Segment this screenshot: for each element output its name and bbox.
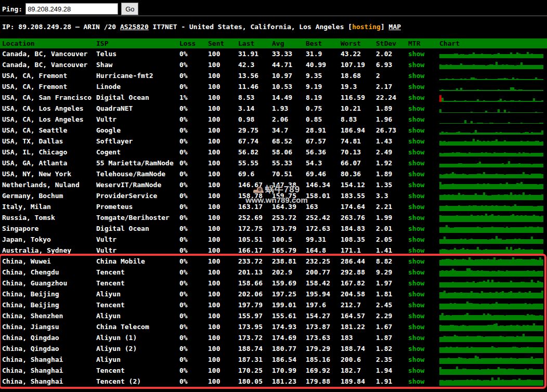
latency-sparkline (439, 49, 545, 58)
table-row: Canada, BC, VancouverShaw0%10042.344.714… (0, 59, 547, 70)
cell-mtr: show (408, 201, 439, 212)
cell-avg: 202.9 (272, 267, 306, 278)
cell-best: 185.16 (306, 354, 341, 365)
cell-isp: Tencent (96, 365, 179, 376)
cell-worst: 286.44 (341, 256, 376, 267)
cell-sent: 100 (208, 136, 238, 147)
cell-worst: 19.3 (341, 81, 376, 92)
mtr-show-link[interactable]: show (408, 203, 424, 211)
mtr-show-link[interactable]: show (408, 137, 424, 145)
cell-chart (439, 289, 547, 299)
mtr-show-link[interactable]: show (408, 159, 424, 167)
mtr-show-link[interactable]: show (408, 290, 424, 298)
cell-isp: Tencent (96, 278, 179, 289)
mtr-show-link[interactable]: show (408, 170, 424, 178)
mtr-show-link[interactable]: show (408, 181, 424, 189)
mtr-show-link[interactable]: show (408, 301, 424, 309)
latency-sparkline (439, 257, 545, 266)
mtr-show-link[interactable]: show (408, 312, 424, 320)
cell-last: 252.69 (238, 212, 272, 223)
cell-stdev: 1.99 (376, 212, 408, 223)
mtr-show-link[interactable]: show (408, 72, 424, 80)
ping-target-input[interactable] (25, 3, 118, 15)
latency-sparkline (439, 344, 545, 353)
mtr-show-link[interactable]: show (408, 61, 424, 69)
cell-chart (439, 343, 547, 354)
mtr-show-link[interactable]: show (408, 192, 424, 200)
table-row: China, ShenzhenAliyun0%100155.97155.6115… (0, 310, 547, 321)
mtr-show-link[interactable]: show (408, 279, 424, 287)
cell-sent: 100 (208, 103, 238, 114)
asn-link[interactable]: AS25820 (120, 23, 149, 31)
mtr-show-link[interactable]: show (408, 377, 424, 385)
latency-sparkline (439, 311, 545, 320)
table-row: USA, CA, FremontLinode0%10011.4610.539.1… (0, 81, 547, 92)
latency-sparkline (439, 322, 545, 331)
cell-sent: 100 (208, 365, 238, 376)
cell-last: 105.51 (238, 234, 272, 245)
mtr-show-link[interactable]: show (408, 115, 424, 123)
cell-isp: Aliyun (96, 289, 179, 299)
cell-last: 3.14 (238, 103, 272, 114)
cell-chart (439, 81, 547, 92)
mtr-show-link[interactable]: show (408, 356, 424, 363)
cell-worst: 174.64 (341, 201, 376, 212)
cell-location: USA, IL, Chicago (0, 147, 96, 158)
mtr-show-link[interactable]: show (408, 104, 424, 112)
cell-last: 233.72 (238, 256, 272, 267)
cell-isp: Aliyun (1) (96, 332, 179, 343)
cell-stdev: 9.29 (376, 267, 408, 278)
col-header-avg: Avg (272, 38, 306, 48)
latency-sparkline (439, 268, 545, 277)
mtr-show-link[interactable]: show (408, 236, 424, 243)
cell-chart (439, 376, 547, 387)
cell-stdev: 1.92 (376, 158, 408, 168)
mtr-show-link[interactable]: show (408, 345, 424, 352)
cell-last: 170.25 (238, 365, 272, 376)
cell-mtr: show (408, 310, 439, 321)
cell-worst: 116.59 (341, 92, 376, 103)
cell-mtr: show (408, 92, 439, 103)
mtr-show-link[interactable]: show (408, 83, 424, 90)
cell-stdev: 1.89 (376, 103, 408, 114)
mtr-show-link[interactable]: show (408, 246, 424, 254)
cell-avg: 100.5 (272, 234, 306, 245)
table-row: USA, GA, Atlanta55 Marietta/RamNode0%100… (0, 158, 547, 168)
cell-chart (439, 234, 547, 245)
cell-chart (439, 136, 547, 147)
mtr-show-link[interactable]: show (408, 148, 424, 156)
table-row: Germany, BochumProviderService0%100158.7… (0, 190, 547, 201)
latency-sparkline (439, 224, 545, 233)
cell-avg: 55.33 (272, 158, 306, 168)
mtr-show-link[interactable]: show (408, 334, 424, 342)
mtr-show-link[interactable]: show (408, 257, 424, 265)
cell-last: 180.05 (238, 376, 272, 387)
mtr-show-link[interactable]: show (408, 323, 424, 331)
cell-location: China, Shanghai (0, 354, 96, 365)
cell-chart (439, 158, 547, 168)
cell-mtr: show (408, 365, 439, 376)
col-header-chart: Chart (439, 38, 547, 48)
mtr-show-link[interactable]: show (408, 94, 424, 101)
cell-chart (439, 354, 547, 365)
mtr-show-link[interactable]: show (408, 126, 424, 134)
cell-stdev: 3.3 (376, 190, 408, 201)
table-row: USA, TX, DallasSoftlayer0%10067.7468.526… (0, 136, 547, 147)
cell-avg: 1.93 (272, 103, 306, 114)
cell-loss: 0% (179, 332, 208, 343)
mtr-show-link[interactable]: show (408, 367, 424, 374)
cell-last: 188.74 (238, 343, 272, 354)
cell-chart (439, 114, 547, 125)
table-row: Italy, MilanPrometeus0%100163.17164.3916… (0, 201, 547, 212)
mtr-show-link[interactable]: show (408, 268, 424, 276)
cell-location: China, Beijing (0, 289, 96, 299)
table-row: USA, CA, Los AngelesQuadraNET0%1003.141.… (0, 103, 547, 114)
col-header-sent: Sent (208, 38, 238, 48)
mtr-show-link[interactable]: show (408, 225, 424, 232)
cell-sent: 100 (208, 321, 238, 332)
map-link[interactable]: MAP (389, 23, 401, 31)
go-button[interactable]: Go (121, 3, 138, 15)
cell-sent: 100 (208, 310, 238, 321)
mtr-show-link[interactable]: show (408, 214, 424, 221)
mtr-show-link[interactable]: show (408, 50, 424, 58)
